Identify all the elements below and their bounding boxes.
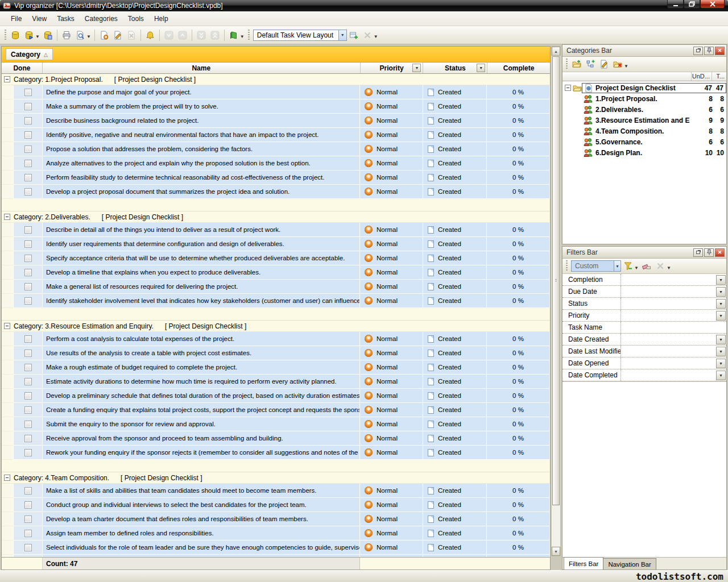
tree-category-row[interactable]: 1.Project Proposal.88 (562, 93, 726, 104)
clear-filter-icon[interactable] (640, 260, 653, 272)
task-checkbox[interactable] (24, 89, 32, 96)
close-button[interactable] (700, 0, 725, 9)
done-cell[interactable] (13, 360, 43, 375)
done-cell[interactable] (13, 526, 43, 541)
name-cell[interactable]: Describe in detail all of the things you… (43, 223, 360, 237)
done-cell[interactable] (13, 431, 43, 446)
priority-cell[interactable]: Normal (360, 265, 423, 280)
task-row[interactable]: Perform feasibility study to determine t… (2, 171, 550, 185)
column-header-priority[interactable]: Priority ▼ (361, 63, 424, 73)
status-cell[interactable]: Created (423, 498, 487, 512)
menu-file[interactable]: File (6, 13, 27, 25)
filter-row-task-name[interactable]: Task Name (562, 322, 726, 334)
name-cell[interactable]: Assign team member to defined roles and … (43, 526, 360, 541)
filters-toolbar-menu-caret[interactable]: ▼ (667, 265, 671, 271)
done-cell[interactable] (13, 417, 43, 431)
edit-task-icon[interactable] (111, 29, 124, 41)
done-cell[interactable] (13, 294, 43, 308)
categories-close-icon[interactable]: ✕ (715, 47, 725, 55)
task-checkbox[interactable] (24, 269, 32, 276)
new-database-icon[interactable] (9, 29, 22, 41)
complete-cell[interactable]: 0 % (487, 431, 549, 446)
task-checkbox[interactable] (24, 103, 32, 110)
status-cell[interactable]: Created (423, 237, 487, 251)
scrollbar-track[interactable] (552, 506, 560, 547)
complete-cell[interactable]: 0 % (487, 484, 549, 498)
complete-cell[interactable]: 0 % (487, 185, 549, 199)
name-cell[interactable]: Receive approval from the sponsor and pr… (43, 431, 360, 446)
priority-cell[interactable]: Normal (360, 280, 423, 294)
priority-cell[interactable]: Normal (360, 375, 423, 389)
task-checkbox[interactable] (24, 544, 32, 551)
status-cell[interactable]: Created (423, 171, 487, 185)
status-cell[interactable]: Created (423, 375, 487, 389)
scroll-up-arrow[interactable]: ▲ (552, 47, 560, 56)
name-cell[interactable]: Identify stakeholder involvement level t… (43, 294, 360, 308)
task-row[interactable]: Propose a solution that addresses the pr… (2, 142, 550, 156)
done-cell[interactable] (13, 223, 43, 237)
column-header-done[interactable]: Done (2, 63, 43, 73)
name-cell[interactable]: Create a funding enquiry that explains t… (43, 403, 360, 417)
priority-cell[interactable]: Normal (360, 294, 423, 308)
notes-icon[interactable] (228, 29, 240, 41)
filter-dropdown-icon[interactable]: ▼ (716, 335, 726, 344)
priority-cell[interactable]: Normal (360, 99, 423, 114)
collapse-group-icon[interactable] (4, 214, 10, 220)
task-checkbox[interactable] (24, 188, 32, 196)
task-row[interactable]: Make a summary of the problem the projec… (2, 99, 550, 114)
filter-value-field[interactable] (621, 334, 716, 345)
filter-dropdown-icon[interactable]: ▼ (716, 311, 726, 321)
task-row[interactable]: Make a rough estimate of budget required… (2, 360, 550, 375)
status-cell[interactable]: Created (423, 223, 487, 237)
name-cell[interactable]: Develop a team charter document that def… (43, 512, 360, 526)
done-cell[interactable] (13, 541, 43, 555)
done-cell[interactable] (13, 251, 43, 265)
task-row[interactable]: Identify stakeholder involvement level t… (2, 294, 550, 308)
categories-toolbar-menu-caret[interactable]: ▼ (624, 64, 628, 69)
task-checkbox[interactable] (24, 392, 32, 400)
add-category-icon[interactable] (570, 58, 583, 70)
complete-cell[interactable]: 0 % (487, 280, 549, 294)
status-cell[interactable]: Created (423, 512, 487, 526)
status-cell[interactable]: Created (423, 484, 487, 498)
apply-layout-icon[interactable] (348, 29, 360, 41)
filter-value-field[interactable] (621, 357, 716, 369)
priority-cell[interactable]: Normal (360, 360, 423, 375)
task-checkbox[interactable] (24, 487, 32, 494)
status-cell[interactable]: Created (423, 431, 487, 446)
undone-column-header[interactable]: UnD... (691, 72, 712, 81)
filters-pin-icon[interactable] (704, 248, 714, 257)
task-row[interactable]: Define the purpose and major goal of you… (2, 85, 550, 99)
menu-help[interactable]: Help (149, 13, 173, 25)
collapse-tree-icon[interactable] (565, 85, 571, 91)
open-database-icon[interactable] (23, 29, 35, 41)
status-cell[interactable]: Created (423, 332, 487, 346)
name-cell[interactable]: Perform a cost analysis to calculate tot… (43, 332, 360, 346)
priority-filter-dropdown[interactable]: ▼ (412, 64, 421, 72)
filter-dropdown-icon[interactable]: ▼ (716, 359, 726, 368)
task-checkbox[interactable] (24, 501, 32, 509)
complete-cell[interactable]: 0 % (487, 360, 549, 375)
complete-cell[interactable]: 0 % (487, 526, 549, 541)
status-cell[interactable]: Created (423, 446, 487, 460)
name-cell[interactable]: Perform feasibility study to determine t… (43, 171, 360, 185)
done-cell[interactable] (13, 332, 43, 346)
tree-category-row[interactable]: 3.Resource Estimation and E99 (562, 115, 726, 126)
group-header-row[interactable]: Category: 2.Deliverables.[ Project Desig… (2, 211, 550, 223)
group-by-category-button[interactable]: Category △ (6, 48, 53, 60)
collapse-group-icon[interactable] (4, 76, 10, 82)
name-cell[interactable]: Specify acceptance criteria that will be… (43, 251, 360, 265)
task-row[interactable]: Perform a cost analysis to calculate tot… (2, 332, 550, 346)
group-header-row[interactable]: Category: 1.Project Proposal.[ Project D… (2, 74, 550, 85)
status-filter-dropdown[interactable]: ▼ (477, 64, 485, 72)
task-checkbox[interactable] (24, 174, 32, 181)
status-cell[interactable]: Created (423, 294, 487, 308)
layout-toolbar-grip[interactable] (248, 30, 250, 41)
status-cell[interactable]: Created (423, 417, 487, 431)
categories-pin-icon[interactable] (704, 47, 714, 55)
done-cell[interactable] (13, 128, 43, 142)
task-row[interactable]: Select individuals for the role of team … (2, 541, 550, 555)
complete-cell[interactable]: 0 % (487, 389, 549, 403)
scroll-down-arrow[interactable]: ▼ (552, 547, 560, 556)
priority-cell[interactable]: Normal (360, 346, 423, 360)
